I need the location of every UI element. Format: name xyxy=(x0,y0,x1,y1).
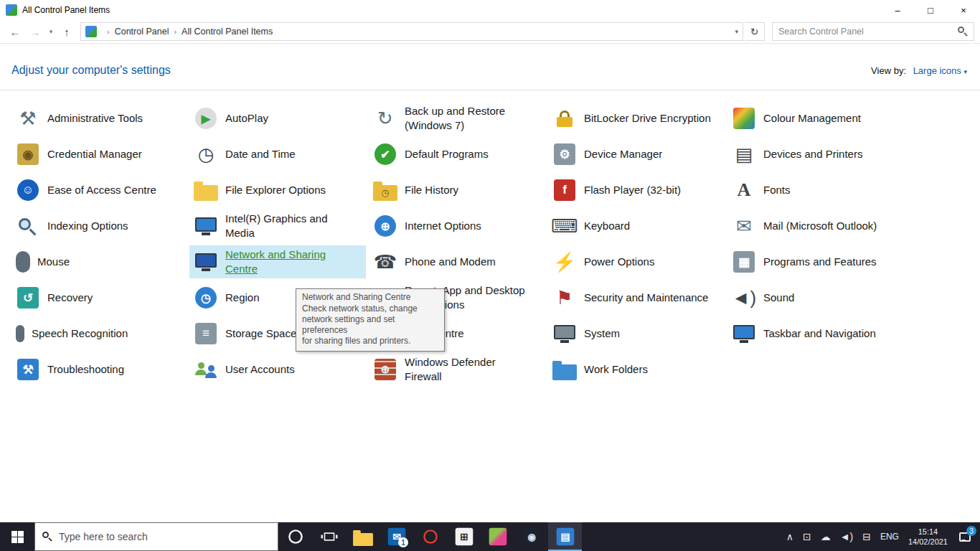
cp-item-programs-and-features[interactable]: ▦Programs and Features xyxy=(727,248,904,276)
view-by-caret-icon[interactable]: ▾ xyxy=(963,68,967,75)
cp-item-label: Devices and Printers xyxy=(763,147,862,161)
outlook-taskbar-button[interactable]: ✉1 xyxy=(380,522,413,551)
programs-features-icon: ▦ xyxy=(733,251,755,273)
user-accounts-icon xyxy=(194,357,218,382)
forward-button[interactable]: → xyxy=(26,26,44,38)
cp-item-network-and-sharing-centre[interactable]: Network and Sharing Centre xyxy=(189,245,366,279)
backup-restore-icon: ↻ xyxy=(373,106,397,131)
refresh-button[interactable]: ↻ xyxy=(745,22,765,41)
cp-item-taskbar-and-navigation[interactable]: Taskbar and Navigation xyxy=(727,319,904,348)
cp-item-intel-r-graphics-and-media[interactable]: Intel(R) Graphics and Media xyxy=(189,209,366,243)
search-icon[interactable] xyxy=(958,27,968,37)
cp-item-back-up-and-restore-windows-7[interactable]: ↻Back up and Restore (Windows 7) xyxy=(369,102,545,136)
action-center-button[interactable]: 3 xyxy=(957,529,973,545)
cp-item-windows-defender-firewall[interactable]: ⊕Windows Defender Firewall xyxy=(369,353,545,387)
control-panel-window: All Control Panel Items – □ × ← → ▾ ↑ › … xyxy=(0,0,980,551)
cp-item-keyboard[interactable]: ⌨Keyboard xyxy=(548,212,725,240)
cp-item-fonts[interactable]: AFonts xyxy=(727,176,904,204)
cp-item-file-explorer-options[interactable]: File Explorer Options xyxy=(189,178,366,203)
start-button[interactable] xyxy=(0,522,34,551)
onedrive-icon[interactable]: ☁ xyxy=(821,532,831,542)
control-panel-taskbar-button[interactable]: ▤ xyxy=(548,522,582,551)
cp-item-autoplay[interactable]: ▶AutoPlay xyxy=(189,104,366,133)
cortana-taskbar-button[interactable] xyxy=(278,522,312,551)
cp-item-work-folders[interactable]: Work Folders xyxy=(548,357,725,382)
cp-item-troubleshooting[interactable]: ⚒Troubleshooting xyxy=(11,355,188,384)
cp-item-credential-manager[interactable]: ◉Credential Manager xyxy=(11,140,188,169)
cp-item-ease-of-access-centre[interactable]: ☺Ease of Access Centre xyxy=(11,176,188,204)
fonts-icon: A xyxy=(732,178,756,202)
cp-item-colour-management[interactable]: Colour Management xyxy=(727,104,904,133)
system-tray: ∧ ⊡☁◄)⊟ ENG 15:14 14/02/2021 3 xyxy=(786,522,980,551)
cp-item-label: Administrative Tools xyxy=(47,111,143,126)
cp-item-label: Sound xyxy=(763,291,794,305)
cp-item-phone-and-modem[interactable]: ☎Phone and Modem xyxy=(369,248,545,276)
steam-taskbar-button[interactable]: ◉ xyxy=(514,522,548,551)
task-view-icon xyxy=(319,527,339,547)
taskbar-search-input[interactable] xyxy=(59,531,270,542)
history-dropdown-icon[interactable]: ▾ xyxy=(46,28,56,35)
cp-item-bitlocker-drive-encryption[interactable]: BitLocker Drive Encryption xyxy=(548,104,725,133)
cp-item-user-accounts[interactable]: User Accounts xyxy=(189,355,366,384)
taskbar-apps: ✉1⊞◉▤ xyxy=(278,522,582,551)
cp-item-label: Speech Recognition xyxy=(32,326,128,341)
cp-item-default-programs[interactable]: ✔Default Programs xyxy=(369,140,545,169)
cp-item-date-and-time[interactable]: ◷Date and Time xyxy=(189,140,366,169)
opera-taskbar-button[interactable] xyxy=(413,522,447,551)
cp-item-label: Security and Maintenance xyxy=(584,291,708,305)
mail-icon: ✉ xyxy=(732,214,756,238)
hidden-icons-chevron[interactable]: ∧ xyxy=(786,532,793,542)
cp-item-file-history[interactable]: ◷File History xyxy=(369,178,545,203)
cp-item-system[interactable]: System xyxy=(548,319,725,348)
cp-item-flash-player-32-bit[interactable]: fFlash Player (32-bit) xyxy=(548,176,725,204)
cp-item-mouse[interactable]: Mouse xyxy=(11,249,188,275)
cp-item-label: Work Folders xyxy=(584,362,648,377)
cp-item-mail-microsoft-outlook[interactable]: ✉Mail (Microsoft Outlook) xyxy=(727,212,904,240)
cp-item-internet-options[interactable]: ⊕Internet Options xyxy=(369,212,545,240)
file-explorer-taskbar-button[interactable] xyxy=(346,522,380,551)
cp-item-power-options[interactable]: ⚡Power Options xyxy=(548,248,725,276)
cp-item-label: Internet Options xyxy=(405,219,481,233)
cp-item-label: Fonts xyxy=(763,183,791,197)
view-by-value[interactable]: Large icons xyxy=(913,65,961,76)
maximize-button[interactable]: □ xyxy=(914,0,947,20)
tray-app-icon[interactable]: ⊡ xyxy=(803,532,811,542)
phone-modem-icon: ☎ xyxy=(373,250,397,274)
control-panel-icon-small xyxy=(85,26,97,37)
up-button[interactable]: ↑ xyxy=(57,26,76,38)
cp-item-label: Mail (Microsoft Outlook) xyxy=(763,219,877,233)
cp-item-label: User Accounts xyxy=(225,362,295,377)
close-button[interactable]: × xyxy=(947,0,980,20)
cp-item-security-and-maintenance[interactable]: ⚑Security and Maintenance xyxy=(548,283,725,312)
volume-icon[interactable]: ◄) xyxy=(840,532,854,542)
task-view-taskbar-button[interactable] xyxy=(312,522,346,551)
default-programs-icon: ✔ xyxy=(374,143,396,165)
address-bar[interactable]: › Control Panel › All Control Panel Item… xyxy=(80,22,743,41)
cp-item-devices-and-printers[interactable]: ▤Devices and Printers xyxy=(727,140,904,169)
microsoft-store-taskbar-button[interactable]: ⊞ xyxy=(447,522,481,551)
clock[interactable]: 15:14 14/02/2021 xyxy=(908,527,948,547)
unread-badge: 1 xyxy=(398,537,408,547)
cp-item-sound[interactable]: ◄)Sound xyxy=(727,283,904,312)
app-icon xyxy=(489,528,507,546)
cp-item-label: Intel(R) Graphics and Media xyxy=(225,212,356,241)
windows-defender-firewall-icon: ⊕ xyxy=(374,359,396,380)
cp-item-label: Credential Manager xyxy=(47,147,142,161)
breadcrumb-separator: › xyxy=(174,27,176,36)
minimize-button[interactable]: – xyxy=(881,0,914,20)
search-input[interactable] xyxy=(778,27,958,37)
address-dropdown-icon[interactable]: ▾ xyxy=(735,28,738,35)
breadcrumb-control-panel[interactable]: Control Panel xyxy=(115,27,169,37)
page-title: Adjust your computer's settings xyxy=(11,64,171,77)
cp-item-indexing-options[interactable]: Indexing Options xyxy=(11,212,188,240)
cp-item-device-manager[interactable]: ⚙Device Manager xyxy=(548,140,725,169)
language-indicator[interactable]: ENG xyxy=(880,532,899,542)
cp-item-speech-recognition[interactable]: Speech Recognition xyxy=(11,323,188,344)
taskbar: ✉1⊞◉▤ ∧ ⊡☁◄)⊟ ENG 15:14 14/02/2021 3 xyxy=(0,522,980,551)
network-icon[interactable]: ⊟ xyxy=(862,532,871,542)
back-button[interactable]: ← xyxy=(6,26,24,38)
cp-item-administrative-tools[interactable]: ⚒Administrative Tools xyxy=(11,104,188,133)
breadcrumb-all-items[interactable]: All Control Panel Items xyxy=(182,27,273,37)
app-taskbar-button[interactable] xyxy=(481,522,514,551)
cp-item-recovery[interactable]: ↺Recovery xyxy=(11,283,188,312)
